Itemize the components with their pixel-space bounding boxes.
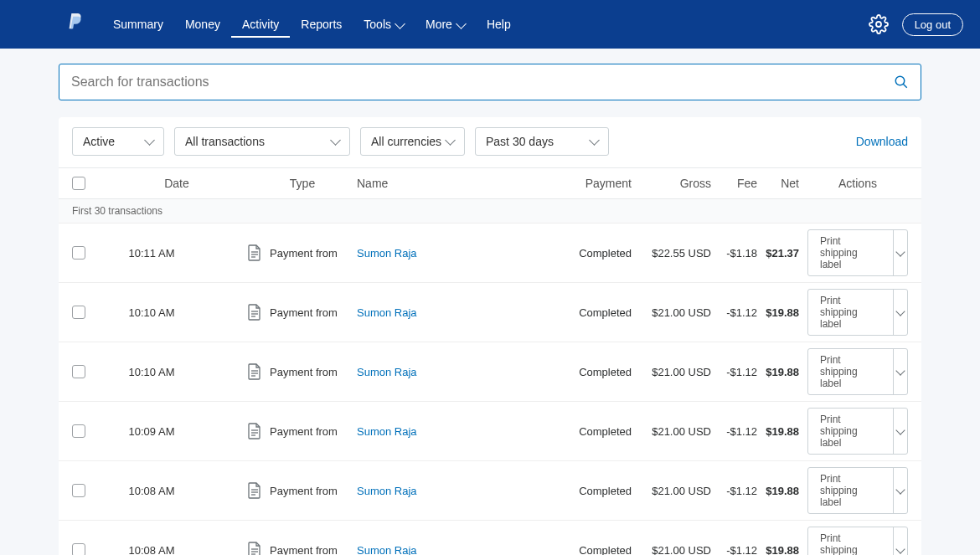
row-action-dropdown[interactable] — [893, 527, 907, 555]
svg-line-2 — [903, 84, 907, 88]
row-fee: -$1.12 — [711, 425, 757, 438]
row-net: $21.37 — [757, 247, 799, 260]
svg-point-1 — [895, 76, 905, 85]
search-icon[interactable] — [894, 75, 909, 90]
row-gross: $21.00 USD — [632, 544, 711, 556]
row-action-button[interactable]: Print shipping label — [807, 467, 908, 514]
row-checkbox[interactable] — [72, 246, 85, 260]
row-net: $19.88 — [757, 544, 799, 556]
row-checkbox[interactable] — [72, 424, 85, 438]
search-input[interactable] — [71, 75, 894, 90]
col-type: Type — [248, 177, 357, 190]
row-action-label[interactable]: Print shipping label — [808, 290, 893, 335]
transaction-row[interactable]: 10:10 AMPayment fromSumon RajaCompleted$… — [59, 342, 921, 402]
row-action-button[interactable]: Print shipping label — [807, 527, 908, 555]
transaction-row[interactable]: 10:08 AMPayment fromSumon RajaCompleted$… — [59, 521, 921, 555]
logout-button[interactable]: Log out — [902, 13, 963, 36]
row-fee: -$1.12 — [711, 306, 757, 319]
settings-gear-icon[interactable] — [869, 14, 889, 34]
paypal-logo-icon[interactable] — [65, 12, 84, 37]
document-icon — [248, 542, 261, 555]
row-action-label[interactable]: Print shipping label — [808, 468, 893, 513]
nav-item-help[interactable]: Help — [476, 11, 522, 38]
status-completed: Completed — [566, 306, 632, 319]
col-actions: Actions — [799, 177, 908, 190]
document-icon — [248, 363, 261, 380]
row-date: 10:10 AM — [106, 366, 248, 378]
download-link[interactable]: Download — [856, 135, 908, 148]
row-action-label[interactable]: Print shipping label — [808, 409, 893, 454]
status-completed: Completed — [566, 425, 632, 438]
filter-all-currencies[interactable]: All currencies — [360, 127, 465, 156]
nav-item-tools[interactable]: Tools — [353, 11, 415, 38]
col-date: Date — [106, 177, 248, 190]
nav-item-summary[interactable]: Summary — [102, 11, 174, 38]
search-bar[interactable] — [59, 64, 921, 100]
document-icon — [248, 423, 261, 439]
chevron-down-icon — [445, 135, 456, 146]
chevron-down-icon — [144, 135, 155, 146]
row-action-button[interactable]: Print shipping label — [807, 408, 908, 455]
table-header: Date Type Name Payment Gross Fee Net Act… — [59, 167, 921, 199]
col-gross: Gross — [632, 177, 711, 190]
col-name: Name — [357, 177, 566, 190]
row-action-button[interactable]: Print shipping label — [807, 289, 908, 336]
row-checkbox[interactable] — [72, 543, 85, 555]
row-gross: $22.55 USD — [632, 247, 711, 260]
col-fee: Fee — [711, 177, 757, 190]
row-name-link[interactable]: Sumon Raja — [357, 366, 417, 378]
row-checkbox[interactable] — [72, 306, 85, 319]
chevron-down-icon — [895, 366, 905, 375]
filter-active[interactable]: Active — [72, 127, 164, 156]
nav-item-activity[interactable]: Activity — [231, 11, 290, 38]
select-all-checkbox[interactable] — [72, 177, 85, 190]
row-action-dropdown[interactable] — [893, 409, 907, 454]
document-icon — [248, 304, 261, 321]
row-name-link[interactable]: Sumon Raja — [357, 306, 417, 319]
row-net: $19.88 — [757, 366, 799, 378]
chevron-down-icon — [895, 247, 905, 256]
row-action-button[interactable]: Print shipping label — [807, 348, 908, 395]
row-action-label[interactable]: Print shipping label — [808, 349, 893, 394]
row-gross: $21.00 USD — [632, 485, 711, 497]
row-net: $19.88 — [757, 306, 799, 319]
row-name-link[interactable]: Sumon Raja — [357, 247, 417, 260]
row-checkbox[interactable] — [72, 484, 85, 497]
status-completed: Completed — [566, 544, 632, 556]
nav-item-money[interactable]: Money — [174, 11, 231, 38]
filter-row: ActiveAll transactionsAll currenciesPast… — [59, 127, 921, 167]
transaction-row[interactable]: 10:10 AMPayment fromSumon RajaCompleted$… — [59, 283, 921, 342]
row-action-label[interactable]: Print shipping label — [808, 527, 893, 555]
row-action-label[interactable]: Print shipping label — [808, 230, 893, 275]
row-type: Payment from — [270, 425, 338, 438]
svg-point-0 — [876, 22, 881, 27]
chevron-down-icon — [395, 18, 405, 29]
row-name-link[interactable]: Sumon Raja — [357, 544, 417, 556]
row-gross: $21.00 USD — [632, 306, 711, 319]
row-action-dropdown[interactable] — [893, 290, 907, 335]
row-gross: $21.00 USD — [632, 366, 711, 378]
row-action-button[interactable]: Print shipping label — [807, 229, 908, 276]
transaction-row[interactable]: 10:11 AMPayment fromSumon RajaCompleted$… — [59, 224, 921, 283]
nav-item-reports[interactable]: Reports — [290, 11, 353, 38]
row-name-link[interactable]: Sumon Raja — [357, 425, 417, 438]
nav-item-more[interactable]: More — [415, 11, 476, 38]
row-action-dropdown[interactable] — [893, 349, 907, 394]
row-name-link[interactable]: Sumon Raja — [357, 485, 417, 497]
row-type: Payment from — [270, 247, 338, 260]
row-action-dropdown[interactable] — [893, 230, 907, 275]
row-date: 10:11 AM — [106, 247, 248, 260]
row-checkbox[interactable] — [72, 365, 85, 378]
nav-links: SummaryMoneyActivityReportsToolsMoreHelp — [102, 11, 522, 38]
filter-past-30-days[interactable]: Past 30 days — [475, 127, 609, 156]
status-completed: Completed — [566, 366, 632, 378]
chevron-down-icon — [895, 485, 905, 494]
row-action-dropdown[interactable] — [893, 468, 907, 513]
row-fee: -$1.12 — [711, 544, 757, 556]
row-type: Payment from — [270, 485, 338, 497]
status-completed: Completed — [566, 485, 632, 497]
col-net: Net — [757, 177, 799, 190]
transaction-row[interactable]: 10:09 AMPayment fromSumon RajaCompleted$… — [59, 402, 921, 461]
transaction-row[interactable]: 10:08 AMPayment fromSumon RajaCompleted$… — [59, 461, 921, 521]
filter-all-transactions[interactable]: All transactions — [174, 127, 350, 156]
